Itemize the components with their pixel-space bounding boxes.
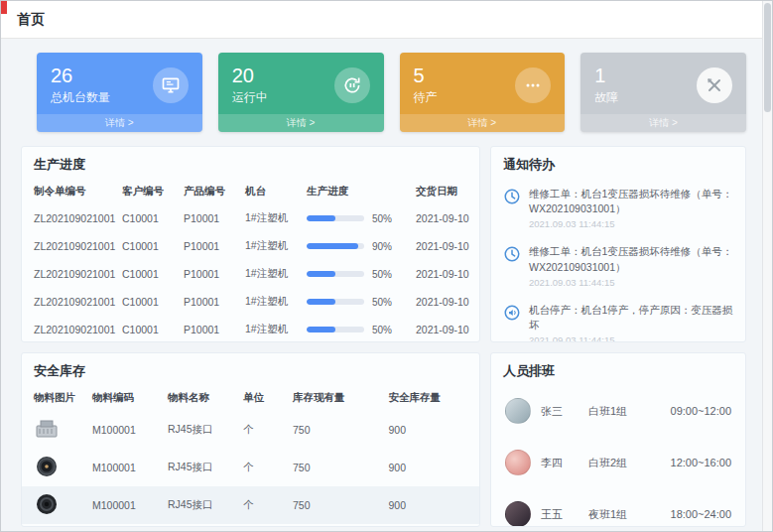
column-header: 生产进度 xyxy=(302,179,411,204)
detail-link[interactable]: 详情 > xyxy=(37,114,202,132)
notice-text: 机台停产：机台1停产，停产原因：变压器损坏 xyxy=(529,303,733,332)
stat-card-running[interactable]: 20 运行中 详情 > xyxy=(218,53,384,132)
product-no: P10001 xyxy=(179,204,240,232)
column-header: 交货日期 xyxy=(411,179,479,204)
notice-text: 维修工单：机台1变压器损坏待维修（单号：WX202109031001） xyxy=(529,187,733,216)
delivery-date: 2021-09-10 xyxy=(411,232,479,260)
stock-qty: 750 xyxy=(288,486,384,524)
table-row: ZL202109021001 C10001 P10001 1#注塑机 50% 2… xyxy=(22,288,479,316)
progress-cell: 50% xyxy=(302,260,411,288)
machine-monitor-icon xyxy=(153,67,189,103)
stat-card-fault[interactable]: 1 故障 详情 > xyxy=(580,53,746,132)
customer-no: C10001 xyxy=(117,316,179,342)
material-image-cell xyxy=(22,486,87,524)
machine-name: 1#注塑机 xyxy=(240,232,302,260)
progress-bar xyxy=(307,243,364,249)
column-header: 制令单编号 xyxy=(22,179,117,204)
material-name: RJ45接口 xyxy=(163,486,238,524)
table-row: ZL202109021001 C10001 P10001 1#注塑机 50% 2… xyxy=(22,204,479,232)
safety-qty: 900 xyxy=(384,411,480,449)
customer-no: C10001 xyxy=(117,232,179,260)
delivery-date: 2021-09-10 xyxy=(411,316,479,342)
material-code: M100001 xyxy=(87,411,163,449)
material-image-cell xyxy=(22,449,87,486)
running-cycle-icon xyxy=(334,67,370,103)
progress-cell: 50% xyxy=(302,204,411,232)
staff-name: 王五 xyxy=(541,507,579,522)
order-no: ZL202109021001 xyxy=(22,232,117,260)
progress-label: 50% xyxy=(372,213,392,224)
detail-link[interactable]: 详情 > xyxy=(580,114,746,132)
unit: 个 xyxy=(238,486,288,524)
progress-label: 50% xyxy=(372,297,392,308)
staff-row: 张三 白班1组 09:00~12:00 xyxy=(491,385,745,437)
progress-bar xyxy=(307,215,364,221)
product-no: P10001 xyxy=(179,232,240,260)
progress-bar xyxy=(307,299,364,305)
staff-shift: 夜班1组 xyxy=(588,507,650,522)
stat-value: 5 xyxy=(414,65,438,86)
staff-time: 12:00~16:00 xyxy=(671,457,731,468)
table-row: M100001 RJ45接口 个 750 900 xyxy=(22,449,479,486)
safety-qty: 900 xyxy=(384,486,480,524)
progress-label: 90% xyxy=(372,241,392,252)
stat-card-body: 20 运行中 xyxy=(218,53,384,114)
unit: 个 xyxy=(238,449,288,486)
stat-label: 待产 xyxy=(414,89,438,106)
progress-cell: 50% xyxy=(302,316,411,342)
panel-notices: 通知待办 维修工单：机台1变压器损坏待维修（单号：WX202109031001）… xyxy=(490,146,746,342)
material-name: RJ45接口 xyxy=(163,411,238,449)
material-code: M100001 xyxy=(87,486,163,524)
notice-time: 2021.09.03 11:44:15 xyxy=(529,218,733,229)
machine-name: 1#注塑机 xyxy=(240,260,302,288)
breadcrumb-home-tab[interactable]: 首页 xyxy=(17,11,45,29)
column-header: 安全库存量 xyxy=(384,385,480,411)
machine-name: 1#注塑机 xyxy=(240,316,302,342)
scrollbar-thumb[interactable] xyxy=(764,3,771,112)
delivery-date: 2021-09-10 xyxy=(411,288,479,316)
staff-name: 张三 xyxy=(541,404,579,419)
product-no: P10001 xyxy=(179,260,240,288)
notice-item[interactable]: 维修工单：机台1变压器损坏待维修（单号：WX202109031001） 2021… xyxy=(491,179,745,236)
staff-name: 李四 xyxy=(541,456,579,470)
order-no: ZL202109021001 xyxy=(22,288,117,316)
detail-link[interactable]: 详情 > xyxy=(400,114,566,132)
dashboard-content: 26 总机台数量 详情 > 20 运行中 详情 > xyxy=(1,39,772,532)
column-header: 物料编码 xyxy=(87,385,163,411)
table-header-row: 制令单编号 客户编号 产品编号 机台 生产进度 交货日期 xyxy=(22,179,479,204)
material-name: RJ45接口 xyxy=(163,449,238,486)
stat-value: 26 xyxy=(51,65,110,86)
panel-title: 通知待办 xyxy=(491,147,745,179)
material-code: M100001 xyxy=(87,449,163,486)
order-no: ZL202109021001 xyxy=(22,260,117,288)
panel-staff-schedule: 人员排班 张三 白班1组 09:00~12:00 李四 白班2组 12:00~1… xyxy=(490,352,746,527)
stat-card-body: 26 总机台数量 xyxy=(37,53,202,114)
notice-item[interactable]: 维修工单：机台1变压器损坏待维修（单号：WX202109031001） 2021… xyxy=(491,236,745,294)
panel-title: 安全库存 xyxy=(22,353,479,385)
table-header-row: 物料图片 物料编码 物料名称 单位 库存现有量 安全库存量 xyxy=(22,385,479,411)
progress-label: 50% xyxy=(372,269,392,280)
stat-card-waiting[interactable]: 5 待产 详情 > xyxy=(400,53,566,132)
staff-row: 李四 白班2组 12:00~16:00 xyxy=(491,437,745,488)
column-header: 客户编号 xyxy=(117,179,179,204)
detail-link[interactable]: 详情 > xyxy=(218,114,384,132)
delivery-date: 2021-09-10 xyxy=(411,204,479,232)
table-row: M100001 RJ45接口 个 750 900 xyxy=(22,486,479,524)
notice-item[interactable]: 机台停产：机台1停产，停产原因：变压器损坏 2021.09.03 11:44:1… xyxy=(491,295,745,342)
customer-no: C10001 xyxy=(117,204,179,232)
page-header: 首页 xyxy=(1,1,772,39)
staff-time: 09:00~12:00 xyxy=(671,405,731,417)
panel-production-progress: 生产进度 制令单编号 客户编号 产品编号 机台 生产进度 交货日期 ZL2021… xyxy=(21,146,480,342)
staff-shift: 白班2组 xyxy=(588,456,650,470)
delivery-date: 2021-09-10 xyxy=(411,260,479,288)
table-row: ZL202109021001 C10001 P10001 1#注塑机 50% 2… xyxy=(22,316,479,342)
panel-title: 人员排班 xyxy=(491,353,745,385)
column-header: 物料名称 xyxy=(163,385,238,411)
stat-card-total-machines[interactable]: 26 总机台数量 详情 > xyxy=(37,53,202,132)
panel-safety-stock: 安全库存 物料图片 物料编码 物料名称 单位 库存现有量 安全库存量 xyxy=(21,352,480,527)
panels-grid: 生产进度 制令单编号 客户编号 产品编号 机台 生产进度 交货日期 ZL2021… xyxy=(21,146,746,527)
stat-value: 20 xyxy=(232,65,268,86)
progress-cell: 90% xyxy=(302,232,411,260)
vertical-scrollbar[interactable] xyxy=(762,1,772,531)
column-header: 库存现有量 xyxy=(288,385,384,411)
